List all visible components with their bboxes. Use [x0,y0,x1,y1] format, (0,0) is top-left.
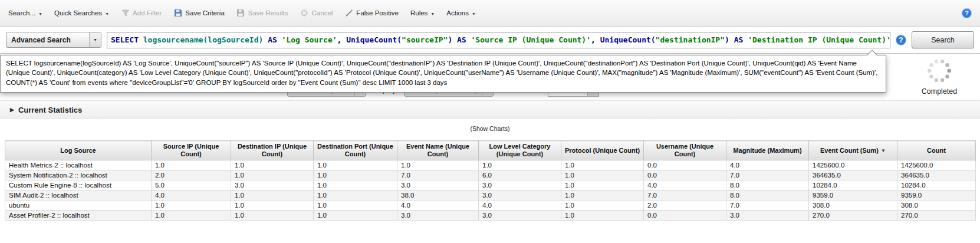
toolbar-item-label: Add Filter [133,9,162,17]
value-cell: 1425600.0 [897,160,976,170]
value-cell: 4.0 [397,201,479,211]
save-icon [236,9,245,18]
save-criteria-button[interactable]: Save Criteria [173,9,224,18]
table-row[interactable]: SIM Audit-2 :: localhost4.01.01.038.03.0… [5,191,976,201]
query-segment: 'Source IP (Unique Count)' [471,35,591,44]
value-cell: 270.0 [809,211,897,221]
quick-searches-menu[interactable]: Quick Searches▼ [54,9,109,17]
status-label: Completed [909,87,970,96]
column-header[interactable]: Source IP (Unique Count) [152,141,231,160]
value-cell: 3.0 [479,180,561,191]
caret-down-icon: ▼ [105,12,109,16]
caret-down-icon: ▼ [472,12,476,16]
query-segment: SELECT [111,35,143,44]
toolbar-item-label: Save Results [248,9,288,17]
value-cell: 4.0 [726,160,809,170]
column-header[interactable]: Low Level Category (Unique Count) [479,141,561,160]
expand-arrow-icon: ▶ [10,107,14,113]
results-table: Log SourceSource IP (Unique Count)Destin… [5,140,976,221]
column-header[interactable]: Magnitude (Maximum) [726,141,809,160]
search-status: Completed [909,57,970,96]
value-cell: 3.0 [479,191,561,201]
show-charts-link[interactable]: (Show Charts) [0,125,980,132]
column-header[interactable]: Protocol (Unique Count) [561,141,644,160]
value-cell: 3.0 [231,180,314,191]
value-cell: 4.0 [479,201,561,211]
value-cell: 9359.0 [809,191,897,201]
help-icon[interactable]: ? [962,8,972,18]
column-header[interactable]: Event Name (Unique Count) [397,141,479,160]
value-cell: 6.0 [479,170,561,180]
column-header[interactable]: Count [897,141,976,160]
value-cell: 1.0 [314,160,397,170]
value-cell: 1.0 [231,160,314,170]
query-segment: AS [734,35,748,44]
query-segment: 'Destination IP (Unique Count)' [748,35,890,44]
query-segment: , [591,35,600,44]
column-header[interactable]: Username (Unique Count) [644,141,726,160]
cancel-button: Cancel [300,9,333,18]
table-row[interactable]: System Notification-2 :: localhost2.01.0… [5,170,976,180]
value-cell: 3.0 [726,211,809,221]
caret-down-icon: ▼ [38,12,42,16]
chevron-down-icon: ▼ [89,32,101,47]
value-cell: 1.0 [561,191,644,201]
value-cell: 1.0 [479,160,561,170]
query-input[interactable]: SELECT logsourcename(logSourceId) AS 'Lo… [107,32,890,48]
value-cell: 1.0 [314,170,397,180]
search-button[interactable]: Search [912,31,974,48]
value-cell: 7.0 [726,170,809,180]
query-segment [263,35,268,44]
table-row[interactable]: Health Metrics-2 :: localhost1.01.01.01.… [5,160,976,170]
actions-menu[interactable]: Actions▼ [446,9,476,17]
value-cell: 10284.0 [809,180,897,191]
column-header[interactable]: Destination Port (Unique Count) [314,141,397,160]
query-segment: AS [268,35,281,44]
current-statistics-header[interactable]: ▶ Current Statistics [0,100,980,119]
value-cell: 7.0 [726,201,809,211]
value-cell: 9359.0 [897,191,976,201]
table-row[interactable]: Custom Rule Engine-8 :: localhost5.03.01… [5,180,976,191]
sort-desc-icon: ▼ [881,148,886,153]
false-positive-button[interactable]: False Positive [344,9,399,18]
caret-down-icon: ▼ [430,12,435,16]
query-segment: AS [457,35,471,44]
column-header[interactable]: Log Source [5,141,152,160]
add-filter-button: Add Filter [121,9,162,18]
value-cell: 1.0 [314,180,397,191]
value-cell: 2.0 [152,170,231,180]
value-cell: 1.0 [314,201,397,211]
value-cell: 7.0 [397,170,479,180]
log-source-cell: Health Metrics-2 :: localhost [5,160,152,170]
table-header-row: Log SourceSource IP (Unique Count)Destin… [5,141,976,160]
value-cell: 1.0 [397,160,479,170]
search-mode-select[interactable]: Advanced Search ▼ [6,32,101,48]
toolbar-item-label: Cancel [312,9,333,17]
log-source-cell: SIM Audit-2 :: localhost [5,191,152,201]
query-segment: logsourcename(logSourceId) [143,35,264,44]
query-help-icon[interactable]: ? [896,35,906,45]
query-segment: "destinationIP" [656,35,725,44]
value-cell: 1.0 [152,201,231,211]
rules-menu[interactable]: Rules▼ [410,9,435,17]
search-bar: Advanced Search ▼ SELECT logsourcename(l… [0,27,980,54]
value-cell: 1.0 [314,211,397,221]
search-menu[interactable]: Search...▼ [8,9,42,17]
value-cell: 1.0 [231,201,314,211]
value-cell: 7.0 [644,191,726,201]
table-row[interactable]: ubuntu1.01.01.04.04.01.02.07.0308.0308.0 [5,201,976,211]
column-header[interactable]: Destination IP (Unique Count) [231,141,314,160]
toolbar-item-label: Actions [446,9,469,17]
column-header[interactable]: Event Count (Sum)▼ [809,141,897,160]
toolbar-item-label: Rules [410,9,427,17]
table-row[interactable]: Asset Profiler-2 :: localhost1.01.01.03.… [5,211,976,221]
value-cell: 364635.0 [809,170,897,180]
value-cell: 38.0 [397,191,479,201]
value-cell: 364635.0 [897,170,976,180]
value-cell: 270.0 [897,211,976,221]
table-body: Health Metrics-2 :: localhost1.01.01.01.… [5,160,976,221]
query-segment: 'Log Source' [282,35,337,44]
value-cell: 10284.0 [897,180,976,191]
value-cell: 3.0 [397,180,479,191]
save-results-button: Save Results [236,9,288,18]
